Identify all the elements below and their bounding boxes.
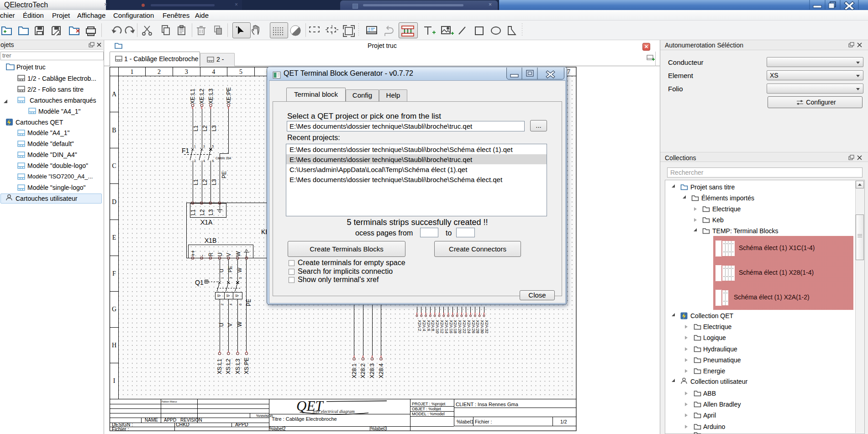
svg-text:%label3: %label3 — [371, 426, 387, 431]
svg-text:X2A:10: X2A:10 — [435, 320, 440, 334]
svg-text:I>: I> — [217, 293, 221, 298]
svg-text:XS:L2: XS:L2 — [225, 359, 231, 374]
svg-text:L3: L3 — [211, 179, 217, 185]
svg-text:X28:3: X28:3 — [369, 363, 375, 378]
svg-text:X2A:30: X2A:30 — [480, 320, 484, 334]
svg-text:5: 5 — [239, 277, 242, 279]
svg-text:U: U — [218, 323, 225, 327]
svg-text:L2: L2 — [199, 209, 205, 215]
svg-text:PE: PE — [246, 299, 252, 306]
svg-text:X2A:2: X2A:2 — [417, 320, 422, 331]
svg-text:X2A:8: X2A:8 — [431, 320, 435, 331]
svg-text:W: W — [235, 251, 242, 256]
svg-text:%label1: %label1 — [457, 419, 474, 424]
svg-text:NAME: NAME — [145, 418, 158, 423]
svg-text:Titre : Cablâge Electrobroche: Titre : Cablâge Electrobroche — [272, 416, 337, 422]
svg-text:1: 1 — [194, 145, 196, 148]
svg-text:X2A:24: X2A:24 — [467, 320, 471, 334]
svg-text:I>: I> — [226, 293, 230, 298]
svg-text:Q1: Q1 — [195, 279, 204, 286]
svg-text:XS:PE: XS:PE — [243, 357, 250, 374]
svg-text:F1: F1 — [182, 147, 189, 154]
svg-text:Fabien Marco: Fabien Marco — [162, 400, 177, 403]
svg-text:I: I — [113, 377, 116, 384]
svg-text:3: 3 — [185, 68, 188, 75]
svg-text:R: R — [208, 252, 214, 256]
svg-text:L2: L2 — [202, 179, 208, 185]
svg-text:V: V — [227, 323, 233, 327]
svg-text:E: E — [112, 234, 116, 241]
svg-text:X28:2: X28:2 — [360, 363, 366, 378]
svg-text:X2A:16: X2A:16 — [449, 320, 453, 334]
svg-text:L1: L1 — [193, 179, 199, 185]
svg-text:X1B: X1B — [205, 237, 216, 244]
svg-text:X2A:14: X2A:14 — [444, 320, 449, 334]
svg-text:PE: PE — [221, 171, 227, 178]
svg-text:X2A:6: X2A:6 — [426, 320, 431, 331]
svg-text:X2A:26: X2A:26 — [471, 320, 476, 334]
svg-text:X2A:4: X2A:4 — [422, 320, 426, 331]
svg-text:1: 1 — [131, 68, 134, 75]
svg-text:XE:L2: XE:L2 — [199, 89, 205, 104]
svg-text:1: 1 — [221, 277, 224, 279]
svg-text:I>: I> — [236, 293, 239, 298]
svg-text:MODEL : %model: MODEL : %model — [412, 412, 445, 416]
svg-text:X2A:18: X2A:18 — [453, 320, 458, 334]
svg-text:X2A:28: X2A:28 — [475, 320, 480, 334]
svg-text:4: 4 — [212, 68, 215, 75]
svg-text:B: B — [112, 127, 116, 134]
svg-text:F: F — [112, 270, 116, 277]
svg-text:APPD: APPD — [235, 422, 248, 427]
svg-text:-: - — [199, 255, 205, 256]
svg-text:X2A:12: X2A:12 — [440, 320, 444, 334]
svg-text:X2A:32: X2A:32 — [484, 320, 489, 334]
svg-text:2: 2 — [221, 303, 224, 305]
svg-text:Fichier :: Fichier : — [112, 426, 129, 432]
svg-text:++: ++ — [190, 250, 196, 256]
svg-text:3: 3 — [229, 277, 232, 279]
svg-text:PROJET : %projet: PROJET : %projet — [412, 402, 446, 406]
svg-text:1/2: 1/2 — [560, 419, 567, 424]
svg-text:CLIENT : Insa Rennes Gma: CLIENT : Insa Rennes Gma — [456, 402, 519, 407]
svg-text:X28:1: X28:1 — [351, 363, 358, 378]
svg-text:5: 5 — [239, 68, 242, 75]
svg-text:A: A — [112, 91, 117, 98]
svg-text:XS:L1: XS:L1 — [216, 359, 223, 374]
svg-text:%revision: %revision — [256, 413, 273, 418]
svg-text:OBJET : %objet: OBJET : %objet — [412, 407, 441, 411]
svg-text:free electrical diagram: free electrical diagram — [313, 409, 355, 414]
svg-text:W: W — [237, 267, 242, 272]
svg-text:Calibre 16A: Calibre 16A — [216, 157, 231, 160]
svg-text:XE:PE: XE:PE — [226, 87, 232, 104]
svg-text:2: 2 — [194, 159, 196, 162]
svg-text:%label2: %label2 — [269, 426, 286, 431]
svg-text:6: 6 — [239, 303, 242, 305]
svg-text:L3: L3 — [211, 125, 217, 131]
svg-text:W: W — [237, 321, 243, 327]
svg-text:U: U — [217, 252, 223, 256]
svg-text:D: D — [112, 199, 116, 205]
svg-text:L1: L1 — [193, 125, 199, 131]
svg-text:C: C — [112, 162, 116, 169]
svg-text:5: 5 — [212, 145, 214, 148]
svg-text:Fichier :: Fichier : — [475, 419, 492, 424]
svg-text:V: V — [226, 253, 232, 256]
svg-text:X28:4: X28:4 — [378, 363, 384, 378]
svg-text:3: 3 — [203, 145, 205, 148]
svg-text:2: 2 — [158, 68, 161, 75]
svg-text:H: H — [112, 342, 116, 349]
svg-text:L1: L1 — [190, 209, 196, 215]
svg-text:XE:L3: XE:L3 — [208, 89, 214, 104]
svg-text:4: 4 — [203, 159, 205, 162]
svg-text:APPD: APPD — [164, 418, 176, 423]
svg-text:6: 6 — [212, 159, 214, 162]
svg-text:L2: L2 — [202, 125, 208, 131]
svg-text:U: U — [219, 269, 224, 272]
svg-text:CHKD: CHKD — [176, 422, 189, 427]
svg-text:PE: PE — [227, 266, 233, 272]
svg-text:4: 4 — [229, 303, 232, 305]
svg-text:X2A:20: X2A:20 — [458, 320, 462, 334]
svg-text:L3: L3 — [208, 209, 214, 215]
svg-text:G: G — [112, 306, 116, 313]
svg-text:XS:L3: XS:L3 — [235, 359, 241, 374]
